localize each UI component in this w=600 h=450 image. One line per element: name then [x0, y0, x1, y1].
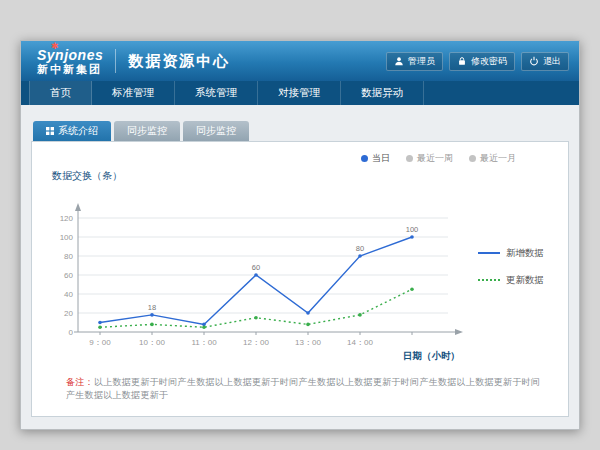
- nav-item-standard-mgmt[interactable]: 标准管理: [92, 81, 175, 105]
- svg-text:11：00: 11：00: [191, 338, 217, 347]
- svg-text:60: 60: [252, 263, 260, 272]
- nav-item-home[interactable]: 首页: [29, 81, 92, 105]
- svg-text:0: 0: [69, 328, 74, 337]
- change-password-button[interactable]: 修改密码: [449, 52, 515, 71]
- admin-user-label: 管理员: [408, 55, 435, 68]
- filter-last-month[interactable]: 最近一月: [469, 152, 516, 165]
- svg-text:9：00: 9：00: [89, 338, 111, 347]
- change-password-label: 修改密码: [471, 55, 507, 68]
- tab-label: 系统介绍: [58, 124, 98, 138]
- tab-sync-monitor-2[interactable]: 同步监控: [183, 121, 249, 141]
- svg-text:100: 100: [406, 225, 419, 234]
- legend-new-data[interactable]: 新增数据: [478, 247, 552, 260]
- logo: ✱ Synjones 新中新集团: [31, 47, 103, 76]
- logo-subtext: 新中新集团: [37, 63, 103, 76]
- svg-text:100: 100: [60, 233, 74, 242]
- solid-line-icon: [478, 252, 500, 254]
- nav-item-data-change[interactable]: 数据异动: [341, 81, 424, 105]
- admin-user-button[interactable]: 管理员: [386, 52, 443, 71]
- svg-text:10：00: 10：00: [139, 338, 165, 347]
- header-actions: 管理员 修改密码 退出: [386, 52, 569, 71]
- svg-text:60: 60: [64, 271, 73, 280]
- logo-text: Synjones: [37, 47, 103, 63]
- user-icon: [394, 56, 404, 66]
- dot-icon: [406, 155, 413, 162]
- dot-icon: [361, 155, 368, 162]
- svg-text:80: 80: [356, 244, 364, 253]
- nav-item-connect-mgmt[interactable]: 对接管理: [258, 81, 341, 105]
- content-area: 系统介绍 同步监控 同步监控 当日 最近一周: [21, 105, 579, 429]
- tab-sync-monitor-1[interactable]: 同步监控: [114, 121, 180, 141]
- filter-label: 最近一周: [417, 152, 453, 165]
- y-axis-title: 数据交换（条）: [52, 169, 552, 183]
- svg-text:20: 20: [64, 309, 73, 318]
- logout-button[interactable]: 退出: [521, 52, 569, 71]
- filter-last-week[interactable]: 最近一周: [406, 152, 453, 165]
- footnote: 备注：以上数据更新于时间产生数据以上数据更新于时间产生数据以上数据更新于时间产生…: [48, 374, 552, 408]
- header-divider: [115, 49, 116, 73]
- filter-today[interactable]: 当日: [361, 152, 390, 165]
- filter-label: 最近一月: [480, 152, 516, 165]
- svg-text:40: 40: [64, 290, 73, 299]
- svg-text:18: 18: [148, 302, 156, 311]
- main-nav: 首页 标准管理 系统管理 对接管理 数据异动: [21, 81, 579, 105]
- svg-text:14：00: 14：00: [347, 338, 373, 347]
- svg-text:12：00: 12：00: [243, 338, 269, 347]
- logout-label: 退出: [543, 55, 561, 68]
- footnote-text: 以上数据更新于时间产生数据以上数据更新于时间产生数据以上数据更新于时间产生数据以…: [66, 377, 540, 400]
- legend-update-data[interactable]: 更新数据: [478, 274, 552, 287]
- svg-text:日期（小时）: 日期（小时）: [403, 350, 460, 362]
- dot-icon: [469, 155, 476, 162]
- legend-label: 新增数据: [506, 247, 544, 260]
- logo-flower-icon: ✱: [51, 41, 59, 51]
- dotted-line-icon: [478, 279, 500, 281]
- nav-item-system-mgmt[interactable]: 系统管理: [175, 81, 258, 105]
- tab-label: 同步监控: [196, 124, 236, 138]
- app-window: ✱ Synjones 新中新集团 数据资源中心 管理员 修改密码: [20, 40, 580, 430]
- series-legend: 新增数据 更新数据: [478, 247, 552, 311]
- chart-svg: 0204060801001209：0010：0011：0012：0013：001…: [48, 194, 478, 364]
- page-title: 数据资源中心: [128, 52, 230, 71]
- footnote-label: 备注：: [66, 377, 94, 387]
- tab-system-intro[interactable]: 系统介绍: [33, 121, 111, 141]
- svg-text:120: 120: [60, 214, 74, 223]
- chart-row: 0204060801001209：0010：0011：0012：0013：001…: [48, 183, 552, 374]
- chart-panel: 当日 最近一周 最近一月 数据交换（条） 0204060801001209：00…: [31, 141, 569, 417]
- power-icon: [529, 56, 539, 66]
- grid-icon: [46, 126, 54, 137]
- tab-bar: 系统介绍 同步监控 同步监控: [31, 121, 569, 141]
- legend-label: 更新数据: [506, 274, 544, 287]
- svg-text:80: 80: [64, 252, 73, 261]
- tab-label: 同步监控: [127, 124, 167, 138]
- app-header: ✱ Synjones 新中新集团 数据资源中心 管理员 修改密码: [21, 41, 579, 81]
- lock-icon: [457, 56, 467, 66]
- line-chart: 0204060801001209：0010：0011：0012：0013：001…: [48, 194, 478, 364]
- svg-text:13：00: 13：00: [295, 338, 321, 347]
- range-filter-legend: 当日 最近一周 最近一月: [48, 148, 552, 165]
- filter-label: 当日: [372, 152, 390, 165]
